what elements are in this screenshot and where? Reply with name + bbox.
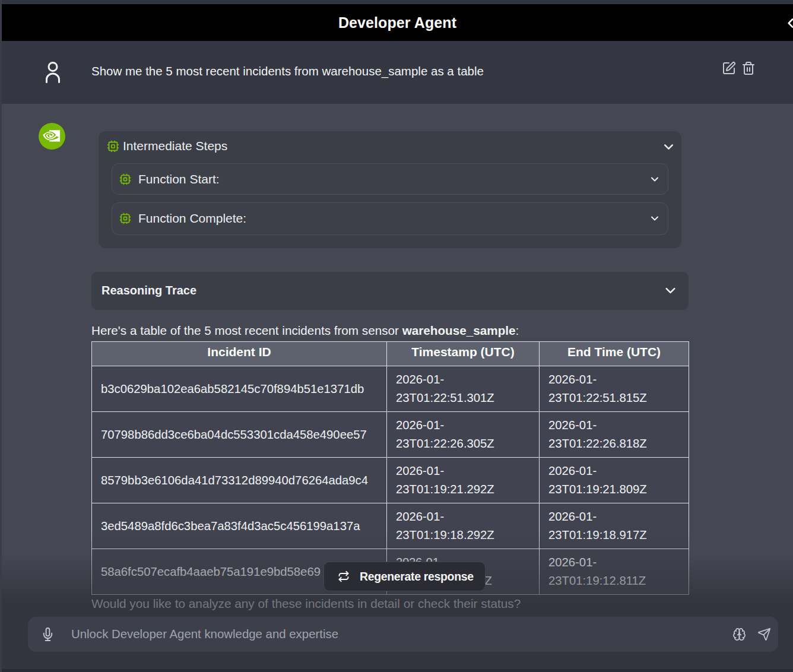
intermediate-steps-panel: Intermediate Steps Function Start: Funct… [99, 131, 681, 248]
table-header-row: Incident IDTimestamp (UTC)End Time (UTC) [92, 342, 689, 366]
chip-icon [119, 213, 131, 224]
table-cell: b3c0629ba102ea6ab582145c70f894b51e1371db [92, 366, 387, 412]
table-cell: 2026-01-23T01:19:18.917Z [540, 503, 689, 549]
window-bottom-edge [2, 669, 793, 672]
table-row: 3ed5489a8fd6c3bea7a83f4d3ac5c456199a137a… [92, 503, 689, 549]
table-cell: 2026-01-23T01:19:18.292Z [387, 503, 540, 549]
function-start-label: Function Start: [138, 172, 220, 186]
intermediate-steps-header[interactable]: Intermediate Steps [99, 131, 681, 163]
nvidia-logo-icon [39, 123, 65, 150]
column-header: End Time (UTC) [540, 342, 689, 366]
function-complete-step[interactable]: Function Complete: [112, 202, 668, 235]
assistant-avatar [39, 123, 65, 150]
function-complete-label: Function Complete: [138, 211, 246, 226]
chevron-left-icon[interactable] [783, 15, 793, 31]
composer-bar [28, 617, 778, 652]
table-cell: 2026-01-23T01:19:12.811Z [540, 549, 689, 595]
user-icon [45, 61, 61, 83]
table-cell: 2026-01-23T01:22:26.818Z [540, 412, 689, 458]
app-title: Developer Agent [338, 14, 456, 31]
table-row: b3c0629ba102ea6ab582145c70f894b51e1371db… [92, 366, 689, 412]
incidents-table-head: Incident IDTimestamp (UTC)End Time (UTC) [92, 342, 689, 366]
chevron-down-icon [649, 173, 661, 185]
column-header: Timestamp (UTC) [387, 342, 540, 366]
chevron-down-icon [661, 140, 676, 154]
top-bar: Developer Agent [2, 4, 793, 41]
table-cell: 2026-01-23T01:22:51.815Z [540, 366, 689, 412]
assistant-followup-text: Would you like to analyze any of these i… [91, 597, 521, 611]
chevron-down-icon [649, 213, 661, 224]
incidents-table-body: b3c0629ba102ea6ab582145c70f894b51e1371db… [92, 366, 689, 595]
table-cell: 2026-01-23T01:22:51.301Z [387, 366, 540, 412]
edit-icon[interactable] [722, 61, 736, 75]
table-cell: 2026-01-23T01:19:21.809Z [540, 458, 689, 503]
regenerate-response-label: Regenerate response [360, 570, 474, 584]
user-message-text: Show me the 5 most recent incidents from… [91, 64, 484, 78]
table-cell: 3ed5489a8fd6c3bea7a83f4d3ac5c456199a137a [92, 503, 387, 549]
reasoning-trace-title: Reasoning Trace [101, 284, 196, 297]
developer-agent-app: Developer Agent Show me the 5 most recen… [2, 4, 793, 672]
chip-icon [107, 140, 119, 153]
column-header: Incident ID [92, 342, 387, 366]
assistant-intro-text: Here's a table of the 5 most recent inci… [91, 324, 519, 338]
chip-icon [119, 173, 131, 185]
regenerate-response-button[interactable]: Regenerate response [323, 562, 486, 591]
table-row: 70798b86dd3ce6ba04dc553301cda458e490ee57… [92, 412, 689, 458]
reasoning-trace-panel[interactable]: Reasoning Trace [91, 272, 689, 310]
table-cell: 8579bb3e6106da41d73312d89940d76264ada9c4 [92, 458, 387, 503]
microphone-icon[interactable] [41, 627, 55, 641]
sensor-name: warehouse_sample [402, 324, 516, 337]
user-message-row: Show me the 5 most recent incidents from… [2, 41, 793, 104]
table-cell: 70798b86dd3ce6ba04dc553301cda458e490ee57 [92, 412, 387, 458]
chat-area: Intermediate Steps Function Start: Funct… [2, 104, 793, 672]
table-row: 8579bb3e6106da41d73312d89940d76264ada9c4… [92, 458, 689, 503]
send-icon[interactable] [757, 627, 771, 641]
table-cell: 2026-01-23T01:22:26.305Z [387, 412, 540, 458]
repeat-icon [338, 570, 350, 582]
trash-icon[interactable] [741, 61, 756, 75]
chevron-down-icon [662, 283, 678, 299]
intermediate-steps-title: Intermediate Steps [123, 139, 227, 153]
incidents-table: Incident IDTimestamp (UTC)End Time (UTC)… [91, 341, 689, 595]
chat-input[interactable] [71, 617, 732, 652]
function-start-step[interactable]: Function Start: [112, 163, 668, 195]
brain-icon[interactable] [732, 627, 746, 641]
table-cell: 2026-01-23T01:19:21.292Z [387, 458, 540, 503]
